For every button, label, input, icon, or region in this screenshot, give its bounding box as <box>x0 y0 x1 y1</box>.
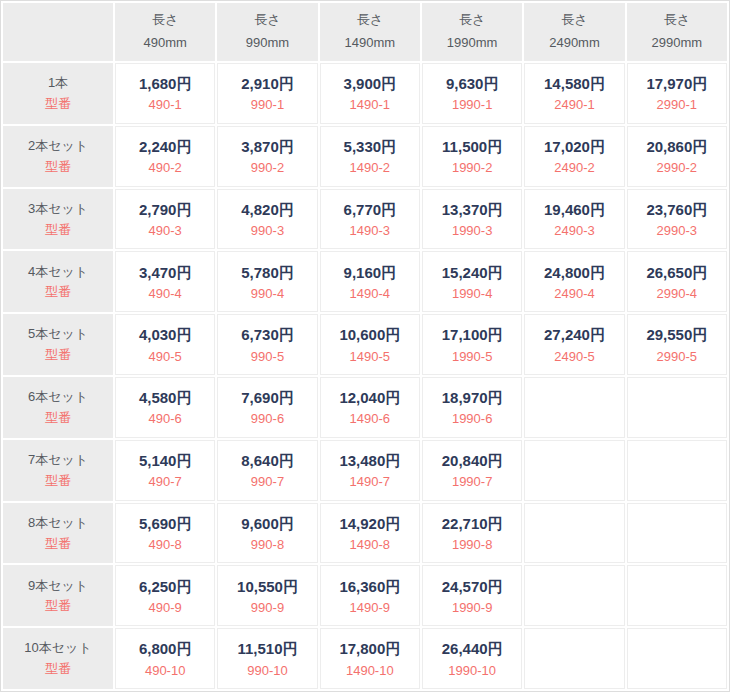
row-label-cell: 2本セット型番 <box>3 126 113 187</box>
model-code-link[interactable]: 990-3 <box>251 222 284 240</box>
price-cell: 17,100円1990-5 <box>422 314 522 375</box>
model-code-link[interactable]: 1490-10 <box>346 662 394 680</box>
model-code-link[interactable]: 1990-2 <box>452 159 492 177</box>
model-number-link[interactable]: 型番 <box>45 534 71 554</box>
price-cell: 16,360円1490-9 <box>320 565 420 626</box>
price-cell: 17,970円2990-1 <box>627 63 727 124</box>
model-code-link[interactable]: 990-9 <box>251 599 284 617</box>
model-code-link[interactable]: 1490-4 <box>350 285 390 303</box>
model-code-link[interactable]: 2990-5 <box>657 348 697 366</box>
model-code-link[interactable]: 490-10 <box>145 662 185 680</box>
model-code-link[interactable]: 990-8 <box>251 536 284 554</box>
model-code-link[interactable]: 1490-5 <box>350 348 390 366</box>
model-code-link[interactable]: 490-7 <box>149 473 182 491</box>
model-code-link[interactable]: 490-4 <box>149 285 182 303</box>
price-value: 2,790円 <box>116 198 214 221</box>
model-code-link[interactable]: 2490-4 <box>554 285 594 303</box>
model-code-link[interactable]: 490-2 <box>149 159 182 177</box>
length-value: 2990mm <box>627 32 727 55</box>
model-code-link[interactable]: 990-5 <box>251 348 284 366</box>
model-code-link[interactable]: 2490-1 <box>554 96 594 114</box>
length-word: 長さ <box>422 9 522 32</box>
model-code-link[interactable]: 2990-4 <box>657 285 697 303</box>
model-code-link[interactable]: 1990-10 <box>448 662 496 680</box>
corner-cell <box>3 3 113 61</box>
price-cell: 13,480円1490-7 <box>320 440 420 501</box>
price-cell: 12,040円1490-6 <box>320 377 420 438</box>
model-code-link[interactable]: 1990-7 <box>452 473 492 491</box>
price-value: 9,630円 <box>423 72 521 95</box>
model-code-link[interactable]: 1490-2 <box>350 159 390 177</box>
model-number-link[interactable]: 型番 <box>45 408 71 428</box>
model-code-link[interactable]: 490-9 <box>149 599 182 617</box>
model-code-link[interactable]: 2490-3 <box>554 222 594 240</box>
price-value: 19,460円 <box>525 198 623 221</box>
model-number-link[interactable]: 型番 <box>45 596 71 616</box>
model-code-link[interactable]: 1990-9 <box>452 599 492 617</box>
model-code-link[interactable]: 1490-7 <box>350 473 390 491</box>
model-code-link[interactable]: 990-7 <box>251 473 284 491</box>
price-cell: 6,730円990-5 <box>217 314 317 375</box>
price-cell: 26,440円1990-10 <box>422 628 522 689</box>
model-code-link[interactable]: 2490-5 <box>554 348 594 366</box>
model-code-link[interactable]: 1990-8 <box>452 536 492 554</box>
model-code-link[interactable]: 490-5 <box>149 348 182 366</box>
table-row: 10本セット型番6,800円490-1011,510円990-1017,800円… <box>3 628 727 689</box>
model-code-link[interactable]: 490-8 <box>149 536 182 554</box>
price-cell: 4,820円990-3 <box>217 189 317 250</box>
model-code-link[interactable]: 1990-5 <box>452 348 492 366</box>
model-number-link[interactable]: 型番 <box>45 157 71 177</box>
model-code-link[interactable]: 1490-3 <box>350 222 390 240</box>
price-cell: 13,370円1990-3 <box>422 189 522 250</box>
model-code-link[interactable]: 1990-1 <box>452 96 492 114</box>
model-code-link[interactable]: 490-3 <box>149 222 182 240</box>
model-code-link[interactable]: 2990-3 <box>657 222 697 240</box>
price-value: 5,140円 <box>116 449 214 472</box>
price-value: 6,730円 <box>218 323 316 346</box>
model-code-link[interactable]: 490-1 <box>149 96 182 114</box>
price-value: 11,500円 <box>423 135 521 158</box>
price-cell: 2,910円990-1 <box>217 63 317 124</box>
price-cell: 18,970円1990-6 <box>422 377 522 438</box>
price-cell: 9,160円1490-4 <box>320 251 420 312</box>
column-header-490mm: 長さ490mm <box>115 3 215 61</box>
model-code-link[interactable]: 490-6 <box>149 410 182 428</box>
model-code-link[interactable]: 1490-6 <box>350 410 390 428</box>
length-value: 490mm <box>115 32 215 55</box>
price-cell: 4,030円490-5 <box>115 314 215 375</box>
model-code-link[interactable]: 1990-6 <box>452 410 492 428</box>
row-label-cell: 7本セット型番 <box>3 440 113 501</box>
price-value: 13,480円 <box>321 449 419 472</box>
set-label: 5本セット <box>3 324 113 345</box>
model-code-link[interactable]: 1990-3 <box>452 222 492 240</box>
model-code-link[interactable]: 2990-2 <box>657 159 697 177</box>
price-cell: 14,920円1490-8 <box>320 503 420 564</box>
model-code-link[interactable]: 1490-8 <box>350 536 390 554</box>
model-code-link[interactable]: 2990-1 <box>657 96 697 114</box>
model-code-link[interactable]: 2490-2 <box>554 159 594 177</box>
column-header-1990mm: 長さ1990mm <box>422 3 522 61</box>
model-number-link[interactable]: 型番 <box>45 282 71 302</box>
price-value: 24,570円 <box>423 575 521 598</box>
model-code-link[interactable]: 1490-1 <box>350 96 390 114</box>
empty-cell <box>627 565 727 626</box>
model-code-link[interactable]: 990-1 <box>251 96 284 114</box>
model-number-link[interactable]: 型番 <box>45 220 71 240</box>
model-code-link[interactable]: 990-10 <box>247 662 287 680</box>
model-code-link[interactable]: 1490-9 <box>350 599 390 617</box>
set-label: 7本セット <box>3 450 113 471</box>
price-value: 26,440円 <box>423 637 521 660</box>
model-number-link[interactable]: 型番 <box>45 94 71 114</box>
set-label: 1本 <box>3 73 113 94</box>
price-table-body: 1本型番1,680円490-12,910円990-13,900円1490-19,… <box>3 63 727 689</box>
model-number-link[interactable]: 型番 <box>45 659 71 679</box>
model-code-link[interactable]: 990-6 <box>251 410 284 428</box>
model-code-link[interactable]: 990-4 <box>251 285 284 303</box>
model-code-link[interactable]: 990-2 <box>251 159 284 177</box>
column-header-990mm: 長さ990mm <box>217 3 317 61</box>
model-number-link[interactable]: 型番 <box>45 471 71 491</box>
price-cell: 6,770円1490-3 <box>320 189 420 250</box>
model-number-link[interactable]: 型番 <box>45 345 71 365</box>
price-value: 17,020円 <box>525 135 623 158</box>
model-code-link[interactable]: 1990-4 <box>452 285 492 303</box>
